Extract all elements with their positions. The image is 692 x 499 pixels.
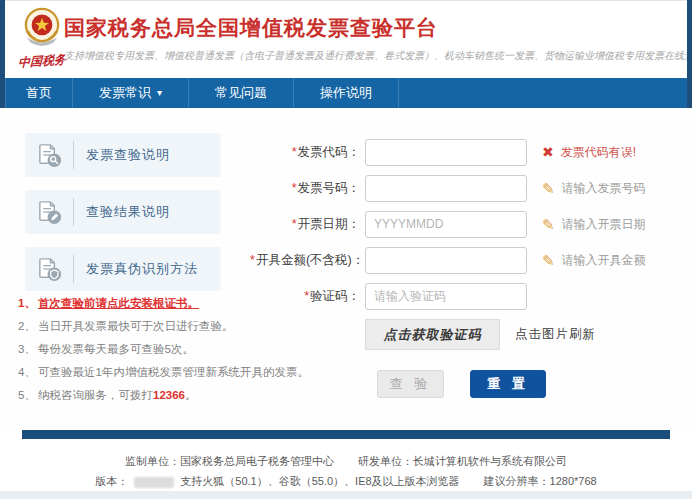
version-label: 版本： — [95, 475, 128, 487]
nav-item-home[interactable]: 首页 — [5, 78, 73, 108]
captcha-image-button[interactable]: 点击获取验证码 — [365, 319, 500, 350]
label-text: 开票日期： — [298, 217, 361, 231]
invoice-code-input[interactable] — [365, 139, 527, 166]
required-mark: * — [250, 253, 255, 267]
label-text: 验证码： — [310, 289, 360, 303]
invoice-code-label: *发票代码： — [250, 144, 360, 161]
doc-edit-icon — [36, 199, 63, 226]
error-cross-icon: ✖ — [542, 145, 554, 159]
site-logo: 中国税务 — [13, 5, 71, 70]
nav-item-instructions[interactable]: 操作说明 — [294, 78, 399, 108]
nav-label: 常见问题 — [215, 84, 267, 102]
amount-hint: ✎ 请输入开具金额 — [542, 252, 646, 269]
invoice-number-hint: ✎ 请输入发票号码 — [542, 180, 646, 197]
amount-input[interactable] — [365, 247, 527, 274]
chevron-down-icon: ▾ — [157, 88, 162, 98]
logo-wordmark: 中国税务 — [13, 51, 71, 72]
sidebar-item-label: 发票查验说明 — [86, 146, 170, 164]
required-mark: * — [292, 181, 297, 195]
page-title: 国家税务总局全国增值税发票查验平台 — [64, 15, 682, 41]
footer-line-units: 监制单位：国家税务总局电子税务管理中心研发单位：长城计算机软件与系统有限公司 — [0, 451, 692, 471]
recommended-resolution: 建议分辨率：1280*768 — [484, 475, 597, 487]
label-text: 发票号码： — [298, 181, 361, 195]
invoice-check-form: *发票代码： ✖ 发票代码有误! *发票号码： ✎ 请输入发票号码 *开票日期：… — [250, 138, 646, 398]
divider — [73, 255, 74, 283]
divider — [73, 198, 74, 226]
nav-item-faq[interactable]: 常见问题 — [189, 78, 294, 108]
redacted-version — [134, 477, 174, 488]
invoice-date-label: *开票日期： — [250, 216, 360, 233]
note-text: 每份发票每天最多可查验5次。 — [38, 342, 194, 356]
note-number: 5、 — [18, 388, 38, 402]
note-number: 4、 — [18, 365, 38, 379]
footer-line-version: 版本：支持火狐（50.1）、谷歌（55.0）、IE8及以上版本浏览器建议分辨率：… — [0, 471, 692, 491]
label-text: 开具金额(不含税)： — [256, 253, 364, 267]
pencil-icon: ✎ — [542, 181, 555, 196]
hint-text: 发票代码有误! — [561, 144, 636, 161]
label-text: 发票代码： — [298, 145, 361, 159]
nav-label: 首页 — [26, 84, 52, 102]
browser-support: 支持火狐（50.1）、谷歌（55.0）、IE8及以上版本浏览器 — [180, 475, 459, 487]
note-number: 2、 — [18, 319, 38, 333]
bottom-strip — [0, 491, 692, 499]
check-button[interactable]: 查 验 — [377, 370, 444, 398]
captcha-input[interactable] — [365, 283, 527, 310]
footer-divider-bar — [22, 430, 670, 439]
sidebar-item-label: 发票真伪识别方法 — [86, 260, 198, 278]
sidebar-item-check-instructions[interactable]: 发票查验说明 — [25, 133, 221, 177]
note-text: 纳税咨询服务，可拨打12366。 — [38, 388, 196, 402]
required-mark: * — [292, 217, 297, 231]
pencil-icon: ✎ — [542, 217, 555, 232]
footer: 监制单位：国家税务总局电子税务管理中心研发单位：长城计算机软件与系统有限公司 版… — [0, 439, 692, 491]
main-nav: 首页 发票常识 ▾ 常见问题 操作说明 — [0, 78, 692, 108]
sidebar-item-label: 查验结果说明 — [86, 203, 170, 221]
doc-search-icon — [36, 142, 63, 169]
invoice-number-label: *发票号码： — [250, 180, 360, 197]
form-actions: 查 验 重 置 — [377, 370, 646, 398]
hotline-number: 12366 — [153, 389, 185, 401]
invoice-date-hint: ✎ 请输入开票日期 — [542, 216, 646, 233]
nav-label: 发票常识 — [99, 84, 151, 102]
hint-text: 请输入发票号码 — [562, 180, 646, 197]
sidebar-item-authenticity-methods[interactable]: 发票真伪识别方法 — [25, 247, 221, 291]
amount-label: *开具金额(不含税)： — [250, 252, 360, 269]
page-subtitle: 支持增值税专用发票、增值税普通发票（含电子普通发票及通行费发票、卷式发票）、机动… — [64, 49, 682, 63]
sidebar: 发票查验说明 查验结果说明 — [25, 133, 221, 304]
form-row-invoice-number: *发票号码： ✎ 请输入发票号码 — [250, 174, 646, 202]
developing-unit: 研发单位：长城计算机软件与系统有限公司 — [358, 455, 567, 467]
main-content: 发票查验说明 查验结果说明 — [0, 108, 692, 430]
captcha-label: *验证码： — [250, 288, 360, 305]
supervising-unit: 监制单位：国家税务总局电子税务管理中心 — [125, 455, 334, 467]
pencil-icon: ✎ — [542, 253, 555, 268]
divider — [73, 141, 74, 169]
reset-button[interactable]: 重 置 — [470, 370, 546, 398]
required-mark: * — [292, 145, 297, 159]
note-text: 当日开具发票最快可于次日进行查验。 — [38, 319, 234, 333]
required-mark: * — [304, 289, 309, 303]
sidebar-item-result-explanation[interactable]: 查验结果说明 — [25, 190, 221, 234]
nav-item-invoice-knowledge[interactable]: 发票常识 ▾ — [73, 78, 189, 108]
note-number: 3、 — [18, 342, 38, 356]
captcha-refresh-hint: 点击图片刷新 — [515, 326, 596, 343]
nav-label: 操作说明 — [320, 84, 372, 102]
hint-text: 请输入开票日期 — [562, 216, 646, 233]
form-row-captcha: *验证码： — [250, 282, 646, 310]
invoice-number-input[interactable] — [365, 175, 527, 202]
note-text-suffix: 。 — [185, 389, 197, 401]
doc-shield-icon — [36, 256, 63, 283]
form-row-amount: *开具金额(不含税)： ✎ 请输入开具金额 — [250, 246, 646, 274]
form-row-invoice-date: *开票日期： ✎ 请输入开票日期 — [250, 210, 646, 238]
invoice-date-input[interactable] — [365, 211, 527, 238]
window-left-edge — [0, 0, 5, 108]
note-number: 1、 — [18, 296, 38, 310]
install-certificate-link[interactable]: 首次查验前请点此安装根证书。 — [38, 296, 199, 310]
captcha-image-row: 点击获取验证码 点击图片刷新 — [365, 319, 646, 350]
header: 中国税务 国家税务总局全国增值税发票查验平台 支持增值税专用发票、增值税普通发票… — [0, 0, 692, 78]
tax-emblem-icon — [19, 5, 65, 51]
window-right-edge — [687, 0, 692, 108]
form-row-invoice-code: *发票代码： ✖ 发票代码有误! — [250, 138, 646, 166]
invoice-code-hint: ✖ 发票代码有误! — [542, 144, 636, 161]
hint-text: 请输入开具金额 — [562, 252, 646, 269]
note-text-prefix: 纳税咨询服务，可拨打 — [38, 389, 153, 401]
